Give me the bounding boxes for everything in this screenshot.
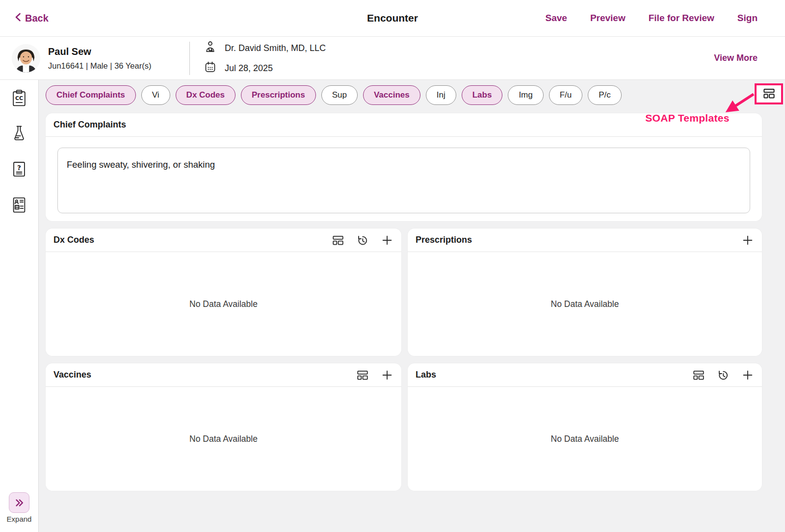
patient-summary-icon xyxy=(9,196,29,215)
section-tabs: Chief ComplaintsViDx CodesPrescriptionsS… xyxy=(46,85,762,105)
add-icon xyxy=(381,369,393,381)
soap-template-icon xyxy=(356,369,369,381)
sidebar-item-lab-flask[interactable] xyxy=(8,123,30,145)
tab-sup[interactable]: Sup xyxy=(321,85,358,105)
soap-template-icon xyxy=(692,369,705,381)
prescriptions-add-button[interactable] xyxy=(741,234,754,247)
back-button[interactable]: Back xyxy=(14,12,49,25)
divider xyxy=(189,42,190,75)
lab-flask-icon xyxy=(9,124,29,144)
save-button[interactable]: Save xyxy=(546,13,567,24)
tab-chief-complaints[interactable]: Chief Complaints xyxy=(46,85,136,105)
tab-f-u[interactable]: F/u xyxy=(549,85,583,105)
sections-grid: Dx CodesNo Data AvailablePrescriptionsNo… xyxy=(46,228,762,491)
chief-complaints-title: Chief Complaints xyxy=(53,120,126,130)
expand-button[interactable] xyxy=(9,492,29,513)
tab-vaccines[interactable]: Vaccines xyxy=(363,85,420,105)
labs-history-button[interactable] xyxy=(717,369,730,381)
add-icon xyxy=(381,234,393,247)
dx-codes-card: Dx CodesNo Data Available xyxy=(46,228,401,356)
tab-prescriptions[interactable]: Prescriptions xyxy=(241,85,316,105)
view-more-link[interactable]: View More xyxy=(714,53,758,63)
sidebar-item-chief-complaints-clipboard[interactable]: CC xyxy=(8,87,30,109)
add-icon xyxy=(741,234,754,247)
doctor-icon xyxy=(204,40,217,56)
encounter-screen: Back Encounter SavePreviewFile for Revie… xyxy=(0,0,785,532)
tab-p-c[interactable]: P/c xyxy=(588,85,622,105)
top-navigation: Back Encounter SavePreviewFile for Revie… xyxy=(0,0,785,37)
patient-info: Paul Sew Jun16641 | Male | 36 Year(s) xyxy=(48,46,189,71)
patient-name: Paul Sew xyxy=(48,46,189,57)
soap-template-icon xyxy=(762,87,776,100)
tab-vi[interactable]: Vi xyxy=(141,85,170,105)
svg-text:?: ? xyxy=(17,164,21,172)
chief-complaints-clipboard-icon: CC xyxy=(9,88,29,108)
tab-dx-codes[interactable]: Dx Codes xyxy=(176,85,236,105)
prescriptions-card: PrescriptionsNo Data Available xyxy=(408,228,762,356)
history-icon xyxy=(717,369,730,381)
no-data-text: No Data Available xyxy=(551,434,619,444)
sidebar-item-patient-summary[interactable] xyxy=(8,195,30,216)
sidebar-item-questionnaire[interactable]: ? xyxy=(8,159,30,180)
soap-template-icon xyxy=(762,87,776,101)
encounter-date: Jul 28, 2025 xyxy=(225,63,273,74)
vaccines-soap-template-button[interactable] xyxy=(356,369,369,381)
provider-name: Dr. David Smith, MD, LLC xyxy=(225,43,326,53)
tab-inj[interactable]: Inj xyxy=(426,85,456,105)
sign-button[interactable]: Sign xyxy=(737,13,758,24)
preview-button[interactable]: Preview xyxy=(590,13,626,24)
soap-templates-button[interactable] xyxy=(755,83,783,104)
vaccines-add-button[interactable] xyxy=(381,369,393,381)
back-label: Back xyxy=(25,13,49,24)
patient-header: Paul Sew Jun16641 | Male | 36 Year(s) Dr… xyxy=(0,37,785,80)
dx-codes-soap-template-button[interactable] xyxy=(332,234,344,247)
svg-text:CC: CC xyxy=(15,95,23,101)
labs-title: Labs xyxy=(416,370,436,380)
no-data-text: No Data Available xyxy=(189,434,258,444)
questionnaire-icon: ? xyxy=(9,160,29,179)
dx-codes-title: Dx Codes xyxy=(53,235,94,245)
calendar-icon xyxy=(204,60,217,76)
dx-codes-history-button[interactable] xyxy=(356,234,369,247)
add-icon xyxy=(741,369,754,381)
labs-add-button[interactable] xyxy=(741,369,754,381)
tab-img[interactable]: Img xyxy=(508,85,543,105)
expand-double-chevron-icon xyxy=(14,498,25,508)
history-icon xyxy=(356,234,369,247)
patient-meta: Jun16641 | Male | 36 Year(s) xyxy=(48,61,189,71)
chief-complaints-input[interactable]: Feeling sweaty, shivering, or shaking xyxy=(57,148,750,213)
vaccines-title: Vaccines xyxy=(53,370,91,380)
dx-codes-add-button[interactable] xyxy=(381,234,393,247)
chevron-left-icon xyxy=(14,12,22,25)
provider-info: Dr. David Smith, MD, LLC Jul 28, 2025 xyxy=(204,40,326,76)
no-data-text: No Data Available xyxy=(189,299,258,309)
encounter-content: Chief ComplaintsViDx CodesPrescriptionsS… xyxy=(39,80,785,532)
soap-template-icon xyxy=(332,234,344,247)
no-data-text: No Data Available xyxy=(551,299,619,309)
labs-card: LabsNo Data Available xyxy=(408,363,762,491)
sidebar-expand: Expand xyxy=(0,492,38,523)
tab-labs[interactable]: Labs xyxy=(462,85,503,105)
left-sidebar: CC?Expand xyxy=(0,80,39,532)
labs-soap-template-button[interactable] xyxy=(692,369,705,381)
top-actions: SavePreviewFile for ReviewSign xyxy=(546,13,758,24)
prescriptions-title: Prescriptions xyxy=(416,235,472,245)
vaccines-card: VaccinesNo Data Available xyxy=(46,363,401,491)
patient-avatar xyxy=(12,44,40,73)
chief-complaints-card: Chief Complaints Feeling sweaty, shiveri… xyxy=(46,113,762,221)
file-for-review-button[interactable]: File for Review xyxy=(649,13,714,24)
expand-label: Expand xyxy=(7,515,32,523)
